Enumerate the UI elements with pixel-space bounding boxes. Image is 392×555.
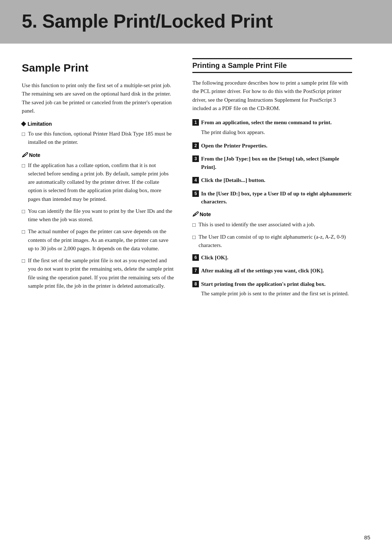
step-5-number: 5 [192,190,199,197]
limitation-header: Limitation [22,121,174,127]
step-7-number: 7 [192,267,199,274]
step-7-header: 7 After making all of the settings you w… [192,267,352,275]
limitation-list: To use this function, optional Printer H… [22,130,174,147]
step-1-header: 1 From an application, select the menu c… [192,118,352,127]
note-icon: 🖊 [22,152,28,158]
diamond-icon [21,121,26,126]
step-1: 1 From an application, select the menu c… [192,118,352,137]
step-6-number: 6 [192,254,199,261]
step-2-header: 2 Open the Printer Properties. [192,142,352,150]
step-8-desc: The sample print job is sent to the prin… [201,289,352,298]
step-3: 3 From the [Job Type:] box on the [Setup… [192,155,352,171]
step-8-number: 8 [192,281,199,287]
step-4: 4 Click the [Details...] button. [192,176,352,185]
right-column: Printing a Sample Print File The followi… [192,58,352,303]
step-5: 5 In the [User ID:] box, type a User ID … [192,190,352,206]
note2-list: This is used to identify the user associ… [192,220,352,250]
step-8: 8 Start printing from the application's … [192,280,352,298]
note2-icon: 🖊 [192,211,198,218]
step-8-header: 8 Start printing from the application's … [192,280,352,288]
note-list: If the application has a collate option,… [22,161,174,291]
step-6-header: 6 Click [OK]. [192,254,352,262]
step-7: 7 After making all of the settings you w… [192,267,352,275]
step-6: 6 Click [OK]. [192,254,352,262]
note-label: Note [29,152,40,158]
note2-header: 🖊 Note [192,211,352,218]
list-item: If the application has a collate option,… [22,161,174,203]
section-title-sample-print: Sample Print [22,62,174,74]
step-2-number: 2 [192,142,199,149]
step-3-header: 3 From the [Job Type:] box on the [Setup… [192,155,352,171]
list-item: This is used to identify the user associ… [192,220,352,229]
step-2: 2 Open the Printer Properties. [192,142,352,150]
list-item: You can identify the file you want to pr… [22,207,174,224]
step-3-number: 3 [192,155,199,162]
page: 5. Sample Print/Locked Print Sample Prin… [0,0,392,555]
page-number: 85 [364,534,370,540]
note2-label: Note [200,211,211,217]
page-content: Sample Print Use this function to print … [0,44,392,325]
section-subtitle-printing: Printing a Sample Print File [192,58,352,73]
page-title: 5. Sample Print/Locked Print [22,10,370,32]
list-item: The User ID can consist of up to eight a… [192,233,352,250]
step-1-number: 1 [192,119,199,126]
page-header: 5. Sample Print/Locked Print [0,0,392,44]
intro-text: Use this function to print only the firs… [22,81,174,115]
left-column: Sample Print Use this function to print … [22,58,174,303]
right-intro-text: The following procedure describes how to… [192,79,352,113]
step-4-number: 4 [192,177,199,183]
list-item: To use this function, optional Printer H… [22,130,174,147]
list-item: If the first set of the sample print fil… [22,256,174,290]
note-header: 🖊 Note [22,152,174,158]
step-4-header: 4 Click the [Details...] button. [192,176,352,185]
limitation-label: Limitation [28,121,52,127]
list-item: The actual number of pages the printer c… [22,227,174,253]
step-5-header: 5 In the [User ID:] box, type a User ID … [192,190,352,206]
step-1-desc: The print dialog box appears. [201,128,352,137]
